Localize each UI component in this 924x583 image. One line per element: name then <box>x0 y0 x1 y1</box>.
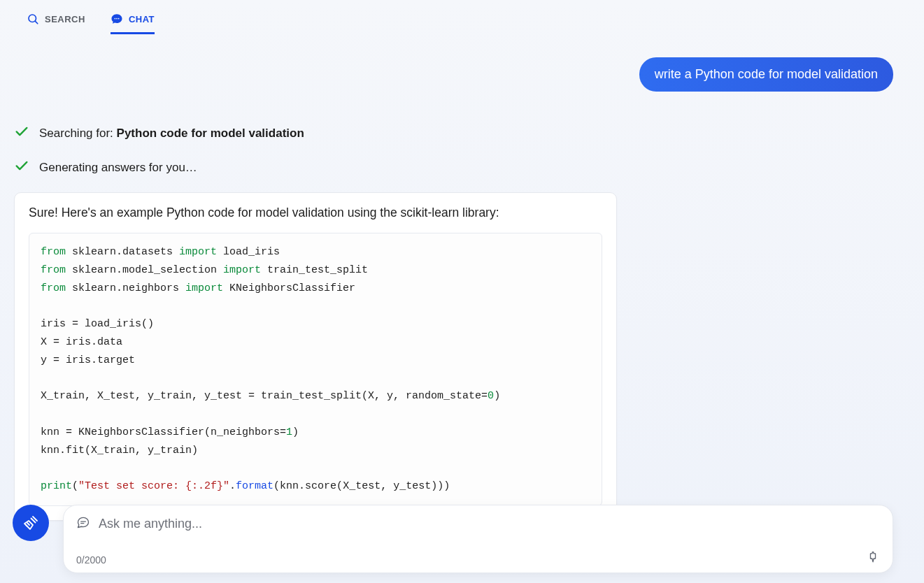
code-tok: from <box>41 282 66 294</box>
code-tok: ) <box>292 426 299 438</box>
code-tok: 1 <box>286 426 292 438</box>
pin-button[interactable] <box>866 552 880 566</box>
check-icon <box>14 158 29 177</box>
code-tok: import <box>185 282 223 294</box>
code-tok: sklearn.neighbors <box>66 282 185 294</box>
tab-chat-label: CHAT <box>129 14 155 24</box>
code-tok: (knn.score(X_test, y_test))) <box>273 480 450 492</box>
status-generating-text: Generating answers for you… <box>39 161 197 175</box>
code-tok: ( <box>72 480 78 492</box>
code-tok: sklearn.model_selection <box>66 264 223 276</box>
code-block: from sklearn.datasets import load_iris f… <box>29 233 602 506</box>
code-tok: print <box>41 480 72 492</box>
svg-line-1 <box>35 21 37 23</box>
chat-input-field[interactable] <box>99 517 880 531</box>
char-counter: 0/2000 <box>76 554 106 566</box>
tab-search-label: SEARCH <box>45 14 85 24</box>
code-tok: . <box>229 480 236 492</box>
status-generating: Generating answers for you… <box>14 158 910 177</box>
status-searching-query: Python code for model validation <box>117 127 304 140</box>
svg-point-2 <box>114 18 115 20</box>
code-tok: KNeighborsClassifier <box>223 282 355 294</box>
new-topic-button[interactable] <box>13 505 49 541</box>
code-tok: import <box>179 246 217 258</box>
svg-point-4 <box>118 18 120 20</box>
code-tok: train_test_split <box>261 264 368 276</box>
tab-bar: SEARCH CHAT <box>0 0 924 34</box>
status-searching: Searching for: Python code for model val… <box>14 124 910 143</box>
chat-input-box[interactable]: 0/2000 <box>63 505 893 573</box>
code-tok: 0 <box>488 390 494 402</box>
code-tok: y = iris.target <box>41 354 135 366</box>
code-tok: from <box>41 246 66 258</box>
user-message-text: write a Python code for model validation <box>655 67 878 81</box>
chat-icon <box>111 13 123 25</box>
code-tok: X = iris.data <box>41 336 122 348</box>
bottom-bar: 0/2000 <box>13 505 893 573</box>
tab-search[interactable]: SEARCH <box>27 13 85 34</box>
chat-bubble-icon <box>76 515 90 532</box>
code-tok: knn.fit(X_train, y_train) <box>41 445 198 456</box>
status-searching-prefix: Searching for: <box>39 127 117 140</box>
user-message-bubble: write a Python code for model validation <box>639 57 893 92</box>
code-tok: X_train, X_test, y_train, y_test = train… <box>41 390 488 402</box>
code-tok: format <box>236 480 273 492</box>
check-icon <box>14 124 29 143</box>
code-tok: sklearn.datasets <box>66 246 179 258</box>
tab-chat[interactable]: CHAT <box>111 13 155 34</box>
search-icon <box>27 13 39 25</box>
code-tok: iris = load_iris() <box>41 318 154 330</box>
svg-point-3 <box>116 18 118 20</box>
assistant-intro-text: Sure! Here's an example Python code for … <box>29 206 602 220</box>
code-tok: from <box>41 264 66 276</box>
code-tok: import <box>223 264 261 276</box>
chat-area: write a Python code for model validation… <box>0 34 924 521</box>
code-tok: load_iris <box>217 246 280 258</box>
code-tok: "Test set score: {:.2f}" <box>78 480 229 492</box>
status-searching-text: Searching for: Python code for model val… <box>39 127 304 141</box>
status-list: Searching for: Python code for model val… <box>14 92 910 177</box>
assistant-answer-card: Sure! Here's an example Python code for … <box>14 192 617 521</box>
code-tok: knn = KNeighborsClassifier(n_neighbors= <box>41 426 286 438</box>
code-tok: ) <box>494 390 500 402</box>
